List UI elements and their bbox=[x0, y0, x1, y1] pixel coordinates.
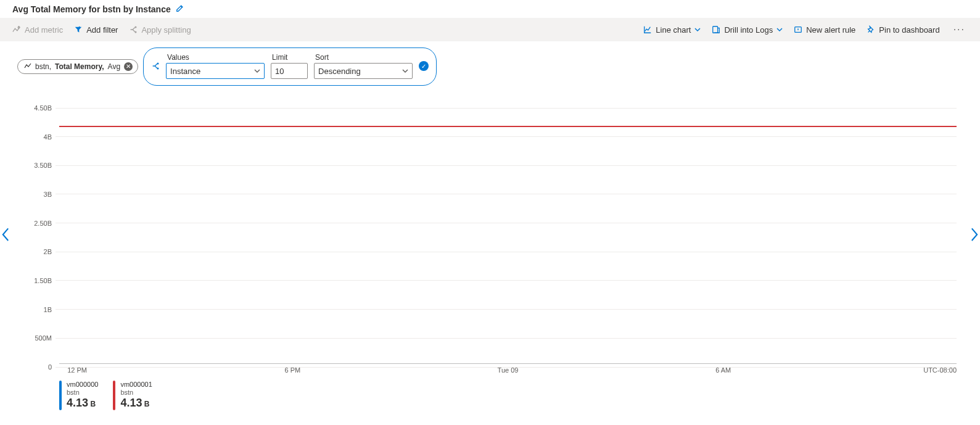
pin-button[interactable]: Pin to dashboard bbox=[867, 25, 939, 35]
y-tick-label: 500M bbox=[31, 334, 56, 342]
gridline bbox=[56, 136, 957, 137]
pin-icon bbox=[867, 25, 875, 34]
sort-label: Sort bbox=[314, 53, 413, 62]
apply-splitting-label: Apply splitting bbox=[141, 25, 191, 35]
legend: vm000000bstn4.13 Bvm000001bstn4.13 B bbox=[59, 381, 957, 410]
more-menu[interactable]: ··· bbox=[951, 24, 968, 35]
chart-type-dropdown[interactable]: Line chart bbox=[643, 25, 701, 35]
svg-point-2 bbox=[136, 31, 137, 33]
x-tick-label: 6 AM bbox=[715, 366, 731, 374]
chevron-down-icon bbox=[402, 68, 408, 74]
logs-icon bbox=[712, 25, 720, 34]
line-chart-icon bbox=[643, 25, 652, 34]
y-tick-label: 1B bbox=[31, 306, 56, 313]
y-tick-label: 2B bbox=[31, 248, 56, 255]
filter-icon bbox=[74, 25, 83, 34]
legend-series-name: vm000000 bbox=[67, 381, 98, 389]
split-icon bbox=[129, 25, 138, 34]
new-alert-label: New alert rule bbox=[806, 25, 855, 35]
y-tick: 2.50B bbox=[31, 220, 957, 227]
y-tick: 4B bbox=[31, 133, 957, 141]
add-filter-button[interactable]: Add filter bbox=[74, 25, 118, 35]
metric-series-icon bbox=[24, 62, 31, 71]
svg-rect-3 bbox=[713, 27, 718, 33]
gridline bbox=[56, 194, 957, 194]
y-tick: 1.50B bbox=[31, 277, 957, 284]
y-tick-label: 4B bbox=[31, 133, 56, 141]
y-tick: 3B bbox=[31, 191, 957, 198]
gridline bbox=[56, 108, 957, 109]
apply-splitting-button[interactable]: Apply splitting bbox=[129, 25, 191, 35]
gridline bbox=[56, 223, 957, 223]
svg-point-5 bbox=[157, 63, 159, 64]
svg-point-6 bbox=[157, 68, 159, 69]
y-tick: 4.50B bbox=[31, 104, 957, 112]
chevron-down-icon bbox=[694, 27, 701, 33]
apply-split-button[interactable]: ✓ bbox=[419, 61, 429, 71]
gridline bbox=[56, 280, 957, 281]
y-tick-label: 1.50B bbox=[31, 277, 56, 284]
metric-pill-agg: Avg bbox=[108, 62, 120, 71]
legend-color-bar bbox=[113, 381, 115, 410]
pin-label: Pin to dashboard bbox=[879, 25, 939, 35]
prev-period-button[interactable] bbox=[1, 228, 10, 240]
add-metric-label: Add metric bbox=[25, 25, 63, 35]
values-field: Values Instance bbox=[166, 53, 265, 79]
legend-value: 4.13 B bbox=[67, 397, 98, 410]
gridline bbox=[56, 165, 957, 166]
y-tick: 500M bbox=[31, 334, 957, 342]
legend-item[interactable]: vm000001bstn4.13 B bbox=[113, 381, 152, 410]
x-tick-label: 12 PM bbox=[67, 366, 87, 374]
new-alert-button[interactable]: New alert rule bbox=[794, 25, 855, 35]
chart-type-label: Line chart bbox=[656, 25, 691, 35]
add-metric-button[interactable]: Add metric bbox=[12, 25, 63, 35]
legend-item[interactable]: vm000000bstn4.13 B bbox=[59, 381, 98, 410]
metric-pill-metric: Total Memory, bbox=[55, 62, 104, 71]
y-tick: 3.50B bbox=[31, 162, 957, 169]
x-tick-label: 6 PM bbox=[284, 366, 300, 374]
y-tick-label: 3B bbox=[31, 191, 56, 198]
drill-into-logs-label: Drill into Logs bbox=[724, 25, 773, 35]
values-select[interactable]: Instance bbox=[166, 63, 265, 79]
drill-into-logs-dropdown[interactable]: Drill into Logs bbox=[712, 25, 783, 35]
x-axis: UTC-08:00 12 PM6 PMTue 096 AM bbox=[59, 363, 957, 376]
metric-pill-resource: bstn, bbox=[35, 62, 51, 71]
sort-select[interactable]: Descending bbox=[314, 63, 413, 79]
values-value: Instance bbox=[170, 67, 200, 76]
splitting-editor: Values Instance Limit 10 Sort Descending… bbox=[143, 47, 437, 86]
chevron-down-icon bbox=[254, 68, 260, 74]
series-line bbox=[59, 126, 957, 127]
sort-field: Sort Descending bbox=[314, 53, 413, 79]
legend-color-bar bbox=[59, 381, 62, 410]
timezone-label: UTC-08:00 bbox=[923, 366, 957, 374]
gridline bbox=[56, 338, 957, 339]
chart-plot[interactable]: 4.50B4B3.50B3B2.50B2B1.50B1B500M0 bbox=[31, 104, 957, 363]
y-tick-label: 2.50B bbox=[31, 220, 56, 227]
limit-value: 10 bbox=[275, 67, 284, 76]
sort-value: Descending bbox=[318, 67, 361, 76]
add-filter-label: Add filter bbox=[86, 25, 118, 35]
limit-label: Limit bbox=[271, 53, 308, 62]
edit-icon[interactable] bbox=[176, 4, 184, 14]
x-tick-label: Tue 09 bbox=[498, 366, 519, 374]
values-label: Values bbox=[166, 53, 265, 62]
alert-icon bbox=[794, 25, 802, 34]
limit-field: Limit 10 bbox=[271, 53, 308, 79]
add-metric-icon bbox=[12, 25, 21, 34]
y-tick: 2B bbox=[31, 248, 957, 255]
y-tick: 1B bbox=[31, 306, 957, 313]
limit-input[interactable]: 10 bbox=[271, 63, 308, 79]
y-tick-label: 4.50B bbox=[31, 104, 56, 112]
chart-toolbar: Add metric Add filter Apply splitting Li… bbox=[0, 18, 980, 41]
legend-resource-name: bstn bbox=[120, 389, 152, 397]
next-period-button[interactable] bbox=[970, 228, 979, 240]
split-icon bbox=[151, 62, 160, 70]
remove-metric-icon[interactable]: ✕ bbox=[124, 62, 133, 71]
chevron-down-icon bbox=[776, 27, 783, 33]
legend-series-name: vm000001 bbox=[120, 381, 152, 389]
page-title: Avg Total Memory for bstn by Instance bbox=[12, 4, 171, 14]
legend-value: 4.13 B bbox=[120, 397, 152, 410]
metric-pill[interactable]: bstn, Total Memory, Avg ✕ bbox=[17, 59, 138, 74]
legend-resource-name: bstn bbox=[67, 389, 98, 397]
gridline bbox=[56, 309, 957, 310]
